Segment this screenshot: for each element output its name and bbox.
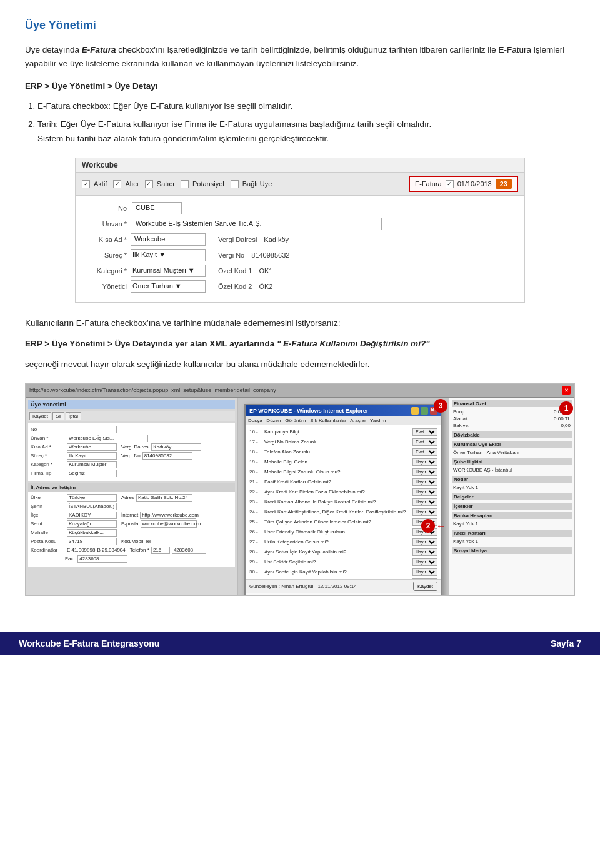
- dlg-num-17: 17 -: [249, 439, 262, 445]
- dialog-maximize[interactable]: [421, 407, 428, 415]
- col-ozel-kod-2: Özel Kod 2 ÖK2: [218, 280, 276, 293]
- s2-semt-input: Kozyatağı: [67, 520, 117, 528]
- workcube-form-screenshot: Workcube Aktif Alıcı Satıcı Potansiyel: [75, 158, 525, 303]
- s2-ilce-label: İlçe: [31, 512, 65, 518]
- kategori-select[interactable]: Kurumsal Müşteri ▼: [131, 265, 206, 277]
- col-vergi-no: Vergi No 8140985632: [218, 249, 292, 261]
- dlg-select-24[interactable]: Hayır: [412, 508, 438, 516]
- dlg-select-19[interactable]: Hayır: [412, 458, 438, 466]
- s2-eposta-lbl: E-posta: [121, 521, 139, 527]
- s2-firma-tip-input: Seçiniz: [67, 470, 117, 477]
- dlg-num-25: 25 -: [249, 519, 262, 525]
- col-surec: Süreç * İlk Kayıt ▼: [84, 249, 206, 261]
- aktif-label: Aktif: [94, 180, 107, 188]
- efatura-checkbox: [446, 180, 454, 188]
- dlg-num-16: 16 -: [249, 429, 262, 435]
- efatura-label: E-Fatura: [415, 180, 442, 188]
- dlg-text-24: Kredi Kart Aktifleştirilince, Diğer Kred…: [264, 509, 410, 515]
- vergi-no-value: 8140985632: [248, 250, 292, 260]
- bagli-uye-checkbox: [231, 180, 239, 188]
- dialog-member-info: Niteliği: Kurumsal Üye: [246, 593, 441, 596]
- s2-btn-iptal[interactable]: İptal: [66, 412, 81, 420]
- col-kisa-ad: Kısa Ad * Workcube: [84, 233, 206, 246]
- s2-unvan-input: Workcube E-İş Sis...: [67, 435, 148, 442]
- notlar-value: Kayıt Yok 1: [452, 484, 572, 491]
- dlg-text-30: Aynı Sante İçin Kayıt Yapılabilsin mi?: [264, 569, 410, 575]
- s2-vergi-dairesi-lbl: Vergi Dairesi: [121, 444, 149, 450]
- kurumsal-ekibi-label: Kurumsal Üye Ekibi: [454, 442, 501, 447]
- ozel-kod-1-value: ÖK1: [256, 266, 276, 276]
- s2-row-unvan: Ünvan * Workcube E-İş Sis...: [31, 435, 232, 442]
- dlg-text-18: Telefon Alan Zorunlu: [264, 449, 410, 455]
- workcube-logo: Workcube: [82, 161, 118, 169]
- dlg-select-21[interactable]: Hayır: [412, 478, 438, 486]
- dlg-num-23: 23 -: [249, 499, 262, 505]
- sube-value: WORKCUBE AŞ - İstanbul: [452, 467, 572, 473]
- finansal-ozet-label: Finansal Özet: [454, 401, 486, 406]
- row-surec: Süreç * İlk Kayıt ▼ Vergi No 8140985632: [84, 249, 516, 261]
- dlg-select-27[interactable]: Hayır: [412, 538, 438, 546]
- surec-select[interactable]: İlk Kayıt ▼: [131, 249, 206, 261]
- sube-iliskisi-section: Şube İlişkisi WORKCUBE AŞ - İstanbul: [452, 458, 572, 473]
- borcrow: Borç: 0,00 TL: [452, 408, 572, 415]
- dlg-num-19: 19 -: [249, 459, 262, 465]
- dialog-row-29: 29 - Üst Sektör Seçilsin mi? Hayır: [249, 558, 438, 567]
- dlg-select-23[interactable]: Hayır: [412, 498, 438, 506]
- s2-posta-input: 34718: [67, 538, 117, 545]
- checkbox-bagli-uye: Bağlı Üye: [231, 180, 272, 188]
- dovizbakie-label: Dövizbakie: [454, 432, 480, 438]
- dialog-row-16: 16 - Kampanya Bilgi EvetHayır: [249, 428, 438, 437]
- dlg-select-29[interactable]: Hayır: [412, 558, 438, 566]
- bakiye-label: Bakiye:: [453, 423, 469, 428]
- s2-vergi-no-lbl: Vergi No: [121, 453, 141, 458]
- field-no: No CUBE: [84, 202, 516, 214]
- workcube-toolbar: Aktif Alıcı Satıcı Potansiyel Bağlı Üye …: [76, 173, 524, 196]
- ekibi-value: Ömer Turhan - Ana Veritabanı: [452, 449, 572, 456]
- dialog-row-27: 27 - Ürün Kategoriden Gelsin mi? Hayır: [249, 538, 438, 547]
- araclar-menu: Araçlar: [350, 418, 366, 423]
- s2-sehir-input: İSTANBUL(Anadolu): [67, 503, 117, 510]
- s2-mahalle-input: Küçükbakkalk...: [67, 529, 117, 537]
- dialog-row-24: 24 - Kredi Kart Aktifleştirilince, Diğer…: [249, 508, 438, 517]
- dlg-num-22: 22 -: [249, 489, 262, 495]
- s2-toolbar: Kaydet Sil İptal: [28, 411, 235, 421]
- section2-para3: seçeneği mevcut hayır olarak seçtiğinizd…: [25, 358, 575, 372]
- bagli-uye-label: Bağlı Üye: [242, 180, 272, 188]
- dlg-select-17[interactable]: Evet: [412, 438, 438, 446]
- dialog-row-19: 19 - Mahalle Bilgi Gelen Hayır: [249, 458, 438, 467]
- dlg-select-28[interactable]: Hayır: [412, 548, 438, 556]
- dlg-text-28: Aynı Satıcı İçin Kayıt Yapılabilsin mi?: [264, 549, 410, 555]
- dlg-select-20[interactable]: Hayır: [412, 468, 438, 476]
- ozel-kod-1-label: Özel Kod 1: [218, 267, 252, 275]
- dlg-num-27: 27 -: [249, 539, 262, 545]
- notlar-label: Notlar: [454, 477, 468, 482]
- s2-btn-sil[interactable]: Sil: [52, 412, 64, 420]
- s2-btn-kaydet[interactable]: Kaydet: [29, 412, 51, 420]
- s2-center-panel: 3 EP WORKCUBE - Windows Internet Explore…: [238, 398, 449, 596]
- finansal-ozet-section: Finansal Özet Borç: 0,00 TL Alacak: 0,00…: [452, 400, 572, 429]
- bakiye-row: Bakiye: 0,00: [452, 422, 572, 429]
- s2-address-area: Ülke Türkiye Adres Katip Salih Sok. No:2…: [28, 492, 235, 567]
- yonetici-select[interactable]: Ömer Turhan ▼: [131, 280, 206, 293]
- list-item-2-extra: Sistem bu tarihi baz alarak fatura gönde…: [38, 134, 329, 143]
- row-yonetici: Yönetici Ömer Turhan ▼ Özel Kod 2 ÖK2: [84, 280, 516, 293]
- icerikler-section: İçerikler: [452, 503, 572, 510]
- s2-internet-input: http://www.workcube.com: [140, 512, 196, 519]
- kredi-value: Kayıt Yok 1: [452, 538, 572, 545]
- dovizbakie-section: Dövizbakie: [452, 431, 572, 438]
- s2-dialog-content: 16 - Kampanya Bilgi EvetHayır 17 - Vergi…: [246, 425, 441, 579]
- dlg-select-16[interactable]: EvetHayır: [412, 428, 438, 436]
- s2-ulke-label: Ülke: [31, 495, 65, 500]
- dlg-select-18[interactable]: Evet: [412, 448, 438, 456]
- s2-row-fax: Fax 4283608: [31, 555, 232, 563]
- s2-kategori-label: Kategori *: [31, 462, 65, 467]
- kurumsal-ekibi-title: Kurumsal Üye Ekibi: [452, 441, 572, 448]
- borc-label: Borç:: [453, 409, 465, 415]
- dlg-select-22[interactable]: Hayır: [412, 488, 438, 496]
- dialog-row-30: 30 - Aynı Sante İçin Kayıt Yapılabilsin …: [249, 568, 438, 577]
- dlg-select-30[interactable]: Hayır: [412, 568, 438, 576]
- s2-dialog-title: EP WORKCUBE - Windows Internet Explorer: [249, 408, 368, 414]
- dialog-kaydet-btn[interactable]: Kaydet: [413, 582, 438, 591]
- s2-koord-b: B 29,034904: [97, 547, 125, 553]
- dialog-minimize[interactable]: [411, 407, 419, 415]
